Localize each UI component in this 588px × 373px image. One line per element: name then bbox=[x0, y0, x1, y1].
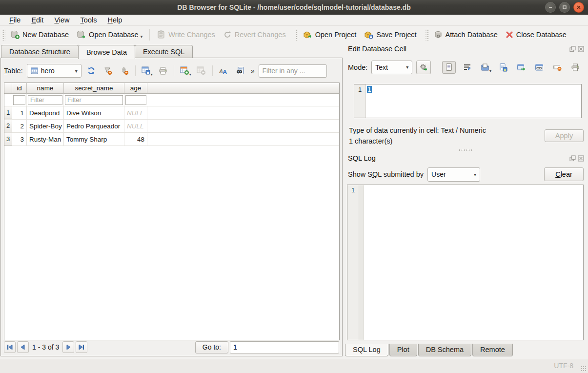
last-record-button[interactable] bbox=[76, 341, 87, 353]
previous-record-button[interactable] bbox=[17, 341, 29, 353]
minimize-button[interactable] bbox=[545, 2, 556, 13]
row-number[interactable]: 1 bbox=[4, 106, 12, 119]
close-dock-icon[interactable] bbox=[578, 155, 584, 162]
write-changes-button[interactable]: Write Changes bbox=[153, 28, 219, 41]
cell-age[interactable]: NULL bbox=[124, 120, 147, 132]
column-header-name[interactable]: name bbox=[27, 83, 64, 94]
filter-any-column-input[interactable] bbox=[259, 64, 327, 78]
delete-record-button[interactable] bbox=[195, 64, 208, 77]
word-wrap-button[interactable] bbox=[460, 61, 474, 74]
cell-id[interactable]: 3 bbox=[12, 133, 27, 145]
float-dock-icon[interactable] bbox=[569, 155, 576, 162]
tab-sql-log[interactable]: SQL Log bbox=[345, 344, 388, 356]
edit-display-format-button[interactable]: AA bbox=[217, 64, 230, 77]
close-button[interactable] bbox=[573, 2, 584, 13]
sql-log-editor[interactable]: 1 bbox=[347, 185, 584, 340]
cell-secret-name[interactable]: Pedro Parqueador bbox=[64, 120, 124, 132]
filter-name-input[interactable] bbox=[28, 95, 62, 105]
open-in-external-button[interactable] bbox=[514, 61, 528, 74]
close-database-label: Close Database bbox=[516, 31, 567, 39]
insert-record-button[interactable]: ▾ bbox=[178, 64, 192, 77]
menu-view[interactable]: View bbox=[50, 16, 74, 24]
menu-edit[interactable]: Edit bbox=[27, 16, 48, 24]
find-button[interactable] bbox=[233, 64, 247, 77]
menu-help[interactable]: Help bbox=[103, 16, 126, 24]
grid-header-row: id name secret_name age bbox=[4, 83, 339, 94]
grid-corner[interactable] bbox=[4, 83, 12, 94]
tab-db-schema[interactable]: DB Schema bbox=[418, 344, 471, 356]
submitted-by-select[interactable]: User ▾ bbox=[427, 167, 480, 182]
table-row[interactable]: 3 3 Rusty-Man Tommy Sharp 48 bbox=[4, 133, 339, 146]
next-record-button[interactable] bbox=[62, 341, 74, 353]
tab-browse-data[interactable]: Browse Data bbox=[78, 45, 135, 59]
new-database-button[interactable]: New Database bbox=[6, 28, 73, 41]
column-header-age[interactable]: age bbox=[124, 83, 147, 94]
resize-grip[interactable] bbox=[581, 366, 587, 372]
cell-id[interactable]: 1 bbox=[12, 106, 27, 119]
clear-sorting-button[interactable] bbox=[118, 64, 131, 77]
open-database-dropdown-icon[interactable]: ▾ bbox=[141, 34, 143, 39]
print-cell-button[interactable] bbox=[568, 61, 582, 74]
tab-execute-sql[interactable]: Execute SQL bbox=[135, 45, 193, 59]
tab-plot[interactable]: Plot bbox=[389, 344, 417, 356]
cell-secret-name[interactable]: Dive Wilson bbox=[64, 106, 124, 119]
auto-switch-mode-button[interactable] bbox=[416, 61, 431, 74]
cell-secret-name[interactable]: Tommy Sharp bbox=[64, 133, 124, 145]
tab-remote[interactable]: Remote bbox=[472, 344, 513, 356]
row-number[interactable]: 3 bbox=[4, 133, 12, 145]
clear-log-button[interactable]: Clear bbox=[544, 167, 584, 181]
cell-age[interactable]: 48 bbox=[124, 133, 147, 145]
menu-tools[interactable]: Tools bbox=[76, 16, 101, 24]
goto-button[interactable]: Go to: bbox=[195, 341, 228, 353]
export-data-button[interactable] bbox=[496, 61, 510, 74]
toolbar-drag-handle[interactable] bbox=[426, 29, 429, 41]
close-dock-icon[interactable] bbox=[578, 46, 584, 52]
toolbar-drag-handle[interactable] bbox=[295, 29, 298, 41]
encoding-label[interactable]: UTF-8 bbox=[554, 362, 573, 370]
cell-id[interactable]: 2 bbox=[12, 120, 27, 132]
copy-link-button[interactable] bbox=[532, 61, 546, 74]
record-navigation-bar: 1 - 3 of 3 Go to: bbox=[4, 341, 339, 353]
menu-file[interactable]: File bbox=[5, 16, 25, 24]
import-data-button[interactable]: ▾ bbox=[478, 61, 492, 74]
close-database-button[interactable]: Close Database bbox=[502, 29, 570, 41]
column-header-secret-name[interactable]: secret_name bbox=[64, 83, 124, 94]
filter-secret-name-input[interactable] bbox=[65, 95, 123, 105]
float-dock-icon[interactable] bbox=[569, 46, 576, 52]
apply-button[interactable]: Apply bbox=[545, 129, 584, 142]
clear-filters-button[interactable] bbox=[101, 64, 115, 77]
maximize-button[interactable] bbox=[559, 2, 570, 13]
toolbar-drag-handle[interactable] bbox=[2, 29, 5, 41]
text-mode-button[interactable] bbox=[442, 61, 456, 74]
refresh-button[interactable] bbox=[84, 64, 98, 77]
save-table-button[interactable]: ▾ bbox=[140, 64, 153, 77]
dock-splitter-handle[interactable] bbox=[458, 149, 473, 151]
row-number[interactable]: 2 bbox=[4, 120, 12, 132]
cell-editor-content[interactable]: 1 bbox=[367, 86, 372, 93]
revert-changes-button[interactable]: Revert Changes bbox=[219, 28, 290, 41]
table-row[interactable]: 2 2 Spider-Boy Pedro Parqueador NULL bbox=[4, 120, 339, 133]
title-bar[interactable]: DB Browser for SQLite - /home/user/code/… bbox=[0, 0, 588, 15]
filter-age-input[interactable] bbox=[125, 95, 146, 105]
open-database-button[interactable]: Open Database ▾ bbox=[73, 28, 146, 41]
cell-name[interactable]: Deadpond bbox=[27, 106, 64, 119]
open-project-button[interactable]: Open Project bbox=[299, 28, 361, 41]
print-button[interactable] bbox=[156, 64, 170, 77]
cell-editor[interactable]: 1 1 bbox=[354, 84, 582, 118]
cell-name[interactable]: Spider-Boy bbox=[27, 120, 64, 132]
cell-name[interactable]: Rusty-Man bbox=[27, 133, 64, 145]
set-null-button[interactable] bbox=[550, 61, 564, 74]
table-select[interactable]: hero ▾ bbox=[27, 64, 81, 78]
first-record-button[interactable] bbox=[4, 341, 16, 353]
toolbar-overflow-icon[interactable]: » bbox=[251, 67, 255, 75]
attach-database-button[interactable]: Attach Database bbox=[430, 28, 502, 41]
open-external-icon bbox=[517, 63, 526, 72]
tab-database-structure[interactable]: Database Structure bbox=[1, 45, 79, 59]
filter-id-input[interactable] bbox=[13, 95, 25, 105]
save-project-button[interactable]: Save Project bbox=[360, 28, 420, 41]
mode-select[interactable]: Text ▾ bbox=[371, 61, 412, 74]
goto-record-input[interactable] bbox=[230, 341, 339, 353]
table-row[interactable]: 1 1 Deadpond Dive Wilson NULL bbox=[4, 106, 339, 120]
cell-age[interactable]: NULL bbox=[124, 106, 147, 119]
column-header-id[interactable]: id bbox=[12, 83, 27, 94]
